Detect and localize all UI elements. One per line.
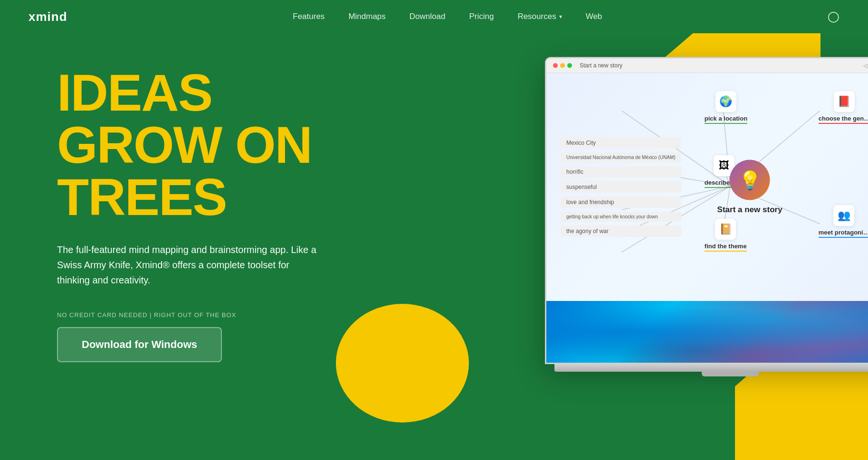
side-text-horrific: horrific xyxy=(561,166,681,178)
hero-title-line1: IDEAS xyxy=(57,63,212,122)
nav-features[interactable]: Features xyxy=(293,12,324,21)
toolbar-back-icon[interactable]: ◁ xyxy=(863,63,867,69)
laptop-screen: Start a new story ◁ ▷ ↺ ⊞ ☆ ··· xyxy=(545,57,868,364)
dot-green xyxy=(567,63,572,68)
laptop-base xyxy=(554,364,868,372)
branch-icon-theme: 📔 xyxy=(715,219,736,240)
side-text-suspenseful: suspenseful xyxy=(561,181,681,193)
nav-resources[interactable]: Resources ▾ xyxy=(517,12,562,21)
shape-bottom-left xyxy=(336,304,469,422)
laptop-stand xyxy=(702,372,759,376)
branch-find-theme: 📔 find the theme xyxy=(705,219,747,252)
navbar: xmind Features Mindmaps Download Pricing… xyxy=(0,0,868,33)
hero-content: IDEAS GROW ON TREES The full-featured mi… xyxy=(57,52,323,362)
branch-meet-protag: 👥 meet protagoni… xyxy=(819,205,868,238)
hero-title-line3: TREES xyxy=(57,168,227,226)
side-text-love: love and friendship xyxy=(561,197,681,208)
brand-logo[interactable]: xmind xyxy=(29,9,67,24)
dot-yellow xyxy=(560,63,565,68)
hero-title-line2: GROW ON xyxy=(57,115,312,174)
chevron-down-icon: ▾ xyxy=(559,13,562,20)
app-toolbar: ◁ ▷ ↺ ⊞ ☆ ··· xyxy=(863,63,868,69)
branch-icon-location: 🌍 xyxy=(715,91,736,112)
side-text-mexico-city: Mexico City xyxy=(561,137,681,149)
titlebar-title: Start a new story xyxy=(580,62,859,69)
nav-web[interactable]: Web xyxy=(586,12,602,21)
branch-label-location: pick a location xyxy=(705,115,747,124)
branch-pick-location: 🌍 pick a location xyxy=(705,91,747,124)
win-waves xyxy=(546,301,868,363)
hero-description: The full-featured mind mapping and brain… xyxy=(57,242,323,288)
nav-links: Features Mindmaps Download Pricing Resou… xyxy=(293,12,602,21)
user-icon[interactable]: ◯ xyxy=(828,10,839,23)
app-content: 💡 Start a new story 🌍 pick a location 🖼 … xyxy=(546,73,868,301)
center-icon: 💡 xyxy=(730,160,770,200)
branch-label-theme: find the theme xyxy=(705,243,747,252)
nav-mindmaps[interactable]: Mindmaps xyxy=(348,12,385,21)
nav-pricing[interactable]: Pricing xyxy=(469,12,494,21)
branch-label-protag: meet protagoni… xyxy=(819,229,868,238)
side-text-agony: the agony of war xyxy=(561,225,681,237)
laptop-mockup: Start a new story ◁ ▷ ↺ ⊞ ☆ ··· xyxy=(545,57,868,376)
mindmap-center: 💡 Start a new story xyxy=(717,160,782,215)
branch-label-genre: choose the gen… xyxy=(819,115,868,124)
download-windows-button[interactable]: Download for Windows xyxy=(57,327,222,362)
laptop-windows-decoration xyxy=(546,301,868,363)
cta-label: NO CREDIT CARD NEEDED | RIGHT OUT OF THE… xyxy=(57,311,323,319)
side-text-getting-back: getting back up when life knocks your do… xyxy=(561,212,681,222)
side-text-unam: Universidad Nacional Autónoma de México … xyxy=(561,152,681,162)
branch-icon-genre: 📕 xyxy=(834,91,855,112)
dot-red xyxy=(553,63,558,68)
window-dots xyxy=(553,63,572,68)
app-titlebar: Start a new story ◁ ▷ ↺ ⊞ ☆ ··· xyxy=(546,58,868,73)
branch-icon-protag: 👥 xyxy=(833,205,854,226)
nav-right: ◯ xyxy=(828,10,839,23)
nav-download[interactable]: Download xyxy=(410,12,446,21)
side-text-block: Mexico City Universidad Nacional Autónom… xyxy=(561,137,681,237)
hero-title: IDEAS GROW ON TREES xyxy=(57,66,323,223)
center-label: Start a new story xyxy=(717,205,782,215)
hero-section: IDEAS GROW ON TREES The full-featured mi… xyxy=(0,33,868,460)
branch-choose-genre: 📕 choose the gen… xyxy=(819,91,868,124)
